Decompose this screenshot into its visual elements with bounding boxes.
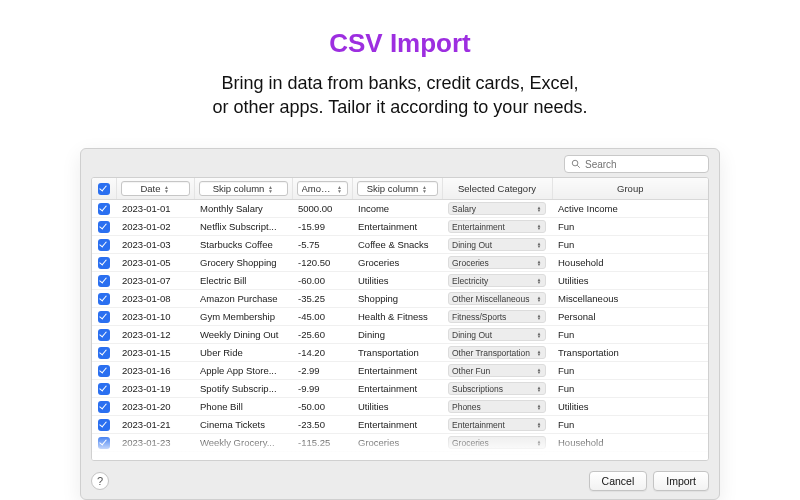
row-checkbox[interactable] [98,365,110,377]
row-checkbox[interactable] [98,437,110,449]
cell-amount: -35.25 [292,290,352,308]
table-row[interactable]: 2023-01-16Apple App Store...-2.99Enterta… [92,362,708,380]
cell-date: 2023-01-12 [116,326,194,344]
cell-description: Monthly Salary [194,200,292,218]
table-row[interactable]: 2023-01-05Grocery Shopping-120.50Groceri… [92,254,708,272]
svg-line-1 [577,165,580,168]
row-checkbox[interactable] [98,239,110,251]
table-row[interactable]: 2023-01-10Gym Membership-45.00Health & F… [92,308,708,326]
table-row[interactable]: 2023-01-01Monthly Salary5000.00IncomeSal… [92,200,708,218]
cell-amount: -9.99 [292,380,352,398]
chevron-updown-icon: ▲▼ [536,404,542,410]
cell-category: Entertainment [352,380,442,398]
search-input[interactable] [585,159,702,170]
table-row[interactable]: 2023-01-23Weekly Grocery...-115.25Grocer… [92,434,708,452]
table-row[interactable]: 2023-01-02Netflix Subscript...-15.99Ente… [92,218,708,236]
cell-category: Entertainment [352,416,442,434]
category-select[interactable]: Other Fun▲▼ [448,364,546,377]
table-body: 2023-01-01Monthly Salary5000.00IncomeSal… [92,200,708,462]
header-amount[interactable]: Amount▲▼ [292,178,352,200]
help-button[interactable]: ? [91,472,109,490]
table-row[interactable]: 2023-01-20Phone Bill-50.00UtilitiesPhone… [92,398,708,416]
table-row[interactable]: 2023-01-15Uber Ride-14.20TransportationO… [92,344,708,362]
cell-group: Fun [552,326,708,344]
row-checkbox[interactable] [98,455,110,461]
row-checkbox[interactable] [98,383,110,395]
table-row[interactable]: 2023-01-25Dental Appointm...-60.00Health… [92,452,708,462]
cell-amount: -14.20 [292,344,352,362]
row-checkbox[interactable] [98,347,110,359]
cell-description: Weekly Grocery... [194,434,292,452]
row-checkbox[interactable] [98,311,110,323]
row-checkbox[interactable] [98,329,110,341]
svg-point-0 [572,160,578,166]
chevron-updown-icon: ▲▼ [536,368,542,374]
header-skip-1[interactable]: Skip column▲▼ [194,178,292,200]
cell-date: 2023-01-25 [116,452,194,462]
row-checkbox[interactable] [98,275,110,287]
category-select[interactable]: Subscriptions▲▼ [448,382,546,395]
cell-category: Dining [352,326,442,344]
cell-category: Utilities [352,272,442,290]
row-checkbox[interactable] [98,203,110,215]
table-row[interactable]: 2023-01-07Electric Bill-60.00UtilitiesEl… [92,272,708,290]
category-select[interactable]: Groceries▲▼ [448,436,546,449]
category-select[interactable]: Salary▲▼ [448,202,546,215]
header-group[interactable]: Group [552,178,708,200]
cell-selected-category: Other Miscellaneous▲▼ [442,290,552,308]
cell-selected-category: Salary▲▼ [442,200,552,218]
cell-selected-category: Other Transportation▲▼ [442,344,552,362]
row-checkbox[interactable] [98,257,110,269]
category-select[interactable]: Entertainment▲▼ [448,220,546,233]
chevron-updown-icon: ▲▼ [536,458,542,462]
table-row[interactable]: 2023-01-08Amazon Purchase-35.25ShoppingO… [92,290,708,308]
row-checkbox[interactable] [98,401,110,413]
cell-group: Fun [552,218,708,236]
table-row[interactable]: 2023-01-03Starbucks Coffee-5.75Coffee & … [92,236,708,254]
table-row[interactable]: 2023-01-19Spotify Subscrip...-9.99Entert… [92,380,708,398]
header-selected-category[interactable]: Selected Category [442,178,552,200]
chevron-updown-icon: ▲▼ [536,440,542,446]
cell-amount: -15.99 [292,218,352,236]
category-select[interactable]: Electricity▲▼ [448,274,546,287]
search-field[interactable] [564,155,709,173]
cell-category: Transportation [352,344,442,362]
cell-group: Personal [552,452,708,462]
cell-category: Groceries [352,254,442,272]
cell-amount: -2.99 [292,362,352,380]
cancel-button[interactable]: Cancel [589,471,648,491]
toolbar [81,149,719,177]
header-skip-2[interactable]: Skip column▲▼ [352,178,442,200]
row-checkbox[interactable] [98,419,110,431]
page-title: CSV Import [0,28,800,59]
row-checkbox[interactable] [98,293,110,305]
cell-selected-category: Subscriptions▲▼ [442,380,552,398]
cell-selected-category: Electricity▲▼ [442,272,552,290]
category-select[interactable]: Other Transportation▲▼ [448,346,546,359]
cell-amount: -60.00 [292,272,352,290]
cell-selected-category: Healthcare▲▼ [442,452,552,462]
table-row[interactable]: 2023-01-21Cinema Tickets-23.50Entertainm… [92,416,708,434]
category-select[interactable]: Entertainment▲▼ [448,418,546,431]
category-select[interactable]: Groceries▲▼ [448,256,546,269]
cell-selected-category: Dining Out▲▼ [442,326,552,344]
category-select[interactable]: Dining Out▲▼ [448,238,546,251]
cell-description: Cinema Tickets [194,416,292,434]
table-row[interactable]: 2023-01-12Weekly Dining Out-25.60DiningD… [92,326,708,344]
category-select[interactable]: Dining Out▲▼ [448,328,546,341]
cell-description: Netflix Subscript... [194,218,292,236]
import-button[interactable]: Import [653,471,709,491]
cell-group: Active Income [552,200,708,218]
row-checkbox[interactable] [98,221,110,233]
category-select[interactable]: Other Miscellaneous▲▼ [448,292,546,305]
header-checkbox[interactable] [92,178,116,200]
category-select[interactable]: Healthcare▲▼ [448,454,546,461]
cell-date: 2023-01-05 [116,254,194,272]
header-date[interactable]: Date▲▼ [116,178,194,200]
cell-category: Entertainment [352,362,442,380]
cell-date: 2023-01-08 [116,290,194,308]
cell-description: Grocery Shopping [194,254,292,272]
category-select[interactable]: Phones▲▼ [448,400,546,413]
category-select[interactable]: Fitness/Sports▲▼ [448,310,546,323]
cell-category: Income [352,200,442,218]
